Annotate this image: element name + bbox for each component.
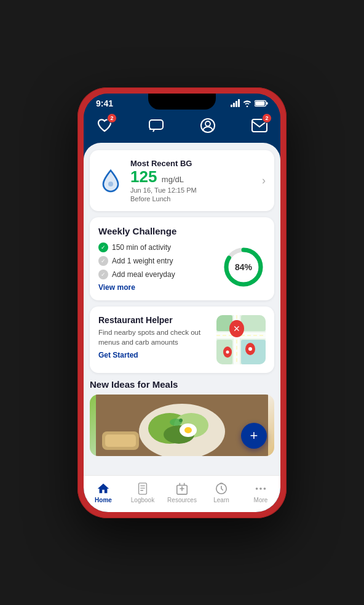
challenge-item-3: ✓ Add meal everyday bbox=[98, 270, 221, 279]
resources-icon bbox=[175, 482, 189, 495]
svg-point-31 bbox=[184, 427, 192, 433]
svg-point-42 bbox=[256, 487, 258, 490]
content-area: Most Recent BG 125 mg/dL Jun 16, Tue 12:… bbox=[84, 143, 280, 475]
wifi-icon bbox=[242, 100, 252, 107]
bg-reading: 125 mg/dL bbox=[130, 168, 255, 186]
restaurant-desc: Find nearby spots and check out menus an… bbox=[98, 327, 210, 347]
challenge-item-1: ✓ 150 min of activity bbox=[98, 242, 221, 252]
bg-chevron-icon: › bbox=[262, 174, 266, 187]
check-green-icon: ✓ bbox=[98, 242, 108, 252]
svg-rect-35 bbox=[105, 435, 136, 447]
bg-timing: Before Lunch bbox=[130, 195, 255, 202]
notch bbox=[148, 94, 216, 110]
phone-screen: 9:41 bbox=[84, 94, 280, 512]
challenge-items: ✓ 150 min of activity ✓ Add 1 weight ent… bbox=[98, 242, 221, 292]
nav-logbook-label: Logbook bbox=[131, 497, 154, 503]
heart-button[interactable]: 2 bbox=[93, 114, 116, 137]
phone-frame: 9:41 bbox=[77, 87, 287, 518]
heart-badge: 2 bbox=[107, 113, 117, 123]
get-started-link[interactable]: Get Started bbox=[98, 351, 210, 359]
home-icon bbox=[97, 482, 110, 495]
bg-info: Most Recent BG 125 mg/dL Jun 16, Tue 12:… bbox=[130, 159, 255, 203]
bg-card[interactable]: Most Recent BG 125 mg/dL Jun 16, Tue 12:… bbox=[90, 150, 274, 212]
svg-point-33 bbox=[179, 419, 183, 422]
svg-point-5 bbox=[205, 121, 210, 126]
challenge-title: Weekly Challenge bbox=[98, 226, 266, 236]
view-more-link[interactable]: View more bbox=[98, 283, 221, 292]
svg-rect-14 bbox=[241, 315, 266, 331]
bg-icon bbox=[98, 168, 123, 193]
check-gray-icon-1: ✓ bbox=[98, 256, 108, 266]
battery-icon bbox=[255, 100, 268, 107]
nav-more-label: More bbox=[254, 497, 268, 503]
progress-donut: 84% bbox=[221, 245, 266, 289]
nav-learn[interactable]: Learn bbox=[202, 479, 241, 506]
nav-more[interactable]: More bbox=[241, 479, 280, 506]
nav-learn-label: Learn bbox=[213, 497, 229, 503]
restaurant-title: Restaurant Helper bbox=[98, 315, 210, 325]
fab-icon: + bbox=[250, 429, 258, 443]
status-time: 9:41 bbox=[96, 98, 113, 108]
svg-point-24 bbox=[226, 351, 229, 354]
profile-button[interactable] bbox=[197, 114, 219, 137]
nav-logbook[interactable]: Logbook bbox=[123, 479, 162, 506]
signal-icon bbox=[231, 99, 240, 107]
nav-home-label: Home bbox=[95, 497, 112, 503]
progress-label: 84% bbox=[235, 262, 252, 272]
message-button[interactable] bbox=[145, 114, 167, 137]
svg-rect-36 bbox=[139, 483, 147, 494]
svg-rect-1 bbox=[255, 101, 264, 105]
nav-resources-label: Resources bbox=[167, 497, 197, 503]
mail-button[interactable]: 2 bbox=[248, 114, 271, 137]
restaurant-info: Restaurant Helper Find nearby spots and … bbox=[98, 315, 210, 364]
mail-badge: 2 bbox=[262, 113, 272, 123]
challenge-item-2: ✓ Add 1 weight entry bbox=[98, 256, 221, 266]
map-illustration: ✕ bbox=[216, 315, 266, 364]
svg-point-7 bbox=[108, 182, 113, 186]
challenge-item-3-label: Add meal everyday bbox=[112, 270, 175, 279]
learn-icon bbox=[215, 482, 228, 495]
svg-point-43 bbox=[259, 487, 262, 490]
restaurant-helper-card: Restaurant Helper Find nearby spots and … bbox=[90, 307, 274, 373]
weekly-challenge-card: Weekly Challenge ✓ 150 min of activity ✓… bbox=[90, 217, 274, 300]
challenge-item-2-label: Add 1 weight entry bbox=[112, 257, 173, 265]
meals-section: New Ideas for Meals bbox=[90, 379, 274, 456]
nav-home[interactable]: Home bbox=[84, 479, 123, 506]
status-icons bbox=[231, 99, 268, 107]
meals-title: New Ideas for Meals bbox=[90, 379, 274, 390]
svg-point-22 bbox=[248, 347, 252, 351]
check-gray-icon-2: ✓ bbox=[98, 270, 108, 279]
svg-rect-3 bbox=[149, 120, 163, 129]
bg-value: 125 bbox=[130, 167, 157, 186]
challenge-body: ✓ 150 min of activity ✓ Add 1 weight ent… bbox=[98, 242, 266, 292]
svg-rect-2 bbox=[266, 102, 268, 104]
svg-text:✕: ✕ bbox=[233, 324, 240, 334]
header-icons: 2 2 bbox=[84, 111, 280, 143]
bg-date: Jun 16, Tue 12:15 PM bbox=[130, 186, 255, 194]
challenge-item-1-label: 150 min of activity bbox=[112, 243, 171, 252]
nav-resources[interactable]: Resources bbox=[162, 479, 202, 506]
bg-unit: mg/dL bbox=[162, 175, 184, 184]
bottom-nav: Home Logbook Resources bbox=[84, 475, 280, 512]
meals-image: + bbox=[90, 395, 274, 456]
more-icon bbox=[254, 482, 267, 495]
fab-button[interactable]: + bbox=[241, 423, 267, 449]
svg-point-44 bbox=[264, 487, 266, 490]
bg-title: Most Recent BG bbox=[130, 159, 255, 168]
logbook-icon bbox=[136, 482, 149, 495]
